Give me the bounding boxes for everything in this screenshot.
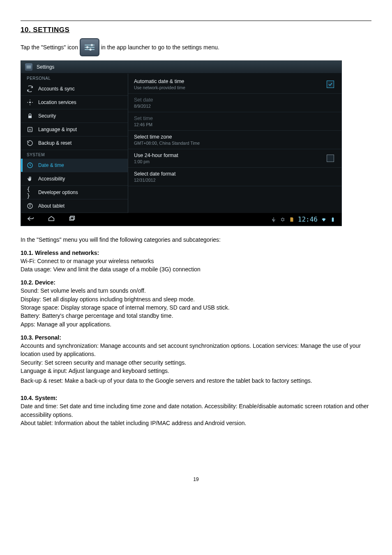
titlebar: Settings bbox=[21, 61, 341, 74]
sidebar-label: Location services bbox=[38, 99, 76, 105]
sub-system: 10.4. System: bbox=[21, 395, 371, 401]
back-icon[interactable] bbox=[27, 215, 35, 223]
row-title: Set time bbox=[134, 116, 153, 121]
sidebar-label: Accessibility bbox=[38, 176, 65, 182]
location-icon bbox=[27, 99, 33, 106]
svg-rect-6 bbox=[27, 66, 31, 66]
row-subtitle: 1:00 pm bbox=[134, 159, 178, 164]
svg-point-9 bbox=[29, 102, 31, 103]
sidebar-item-accounts[interactable]: Accounts & sync bbox=[21, 82, 128, 96]
category-system: SYSTEM bbox=[21, 150, 128, 159]
row-subtitle: Use network-provided time bbox=[134, 85, 185, 90]
sidebar-item-location[interactable]: Location services bbox=[21, 96, 128, 109]
sub-wireless: 10.1. Wireless and networks: bbox=[21, 250, 371, 256]
sidebar-item-language[interactable]: A Language & input bbox=[21, 123, 128, 136]
line: About tablet: Information about the tabl… bbox=[21, 419, 371, 427]
svg-rect-20 bbox=[332, 217, 334, 221]
sync-icon bbox=[27, 86, 33, 92]
recents-icon[interactable] bbox=[68, 215, 76, 223]
row-title: Use 24-hour format bbox=[134, 153, 178, 158]
debug-icon bbox=[280, 217, 286, 222]
block-system: Date and time: Set date and time includi… bbox=[21, 402, 371, 427]
row-auto-datetime[interactable]: Automatic date & time Use network-provid… bbox=[128, 75, 341, 94]
settings-sidebar: PERSONAL Accounts & sync Location servic… bbox=[21, 74, 128, 213]
row-set-time: Set time 12:46 PM bbox=[128, 112, 341, 131]
intro-line: Tap the "Settings" icon in the app launc… bbox=[21, 38, 371, 56]
language-icon: A bbox=[27, 126, 33, 133]
battery-icon bbox=[330, 217, 336, 222]
status-time: 12:46 bbox=[298, 215, 318, 223]
svg-rect-17 bbox=[69, 217, 74, 220]
line: Data usage: View and limit the data usag… bbox=[21, 265, 371, 273]
backup-icon bbox=[27, 140, 33, 146]
wifi-icon bbox=[321, 217, 327, 222]
line: Wi-Fi: Connect to or manage your wireles… bbox=[21, 257, 371, 265]
row-title: Automatic date & time bbox=[134, 79, 185, 84]
hand-icon bbox=[27, 176, 33, 182]
sidebar-item-about[interactable]: About tablet bbox=[21, 199, 128, 213]
svg-rect-8 bbox=[27, 68, 31, 68]
svg-rect-1 bbox=[85, 47, 95, 48]
svg-rect-10 bbox=[28, 116, 32, 118]
sd-icon bbox=[289, 217, 295, 222]
checkbox-off-icon[interactable] bbox=[327, 155, 334, 162]
row-title: Select date format bbox=[134, 171, 175, 177]
settings-screenshot: Settings PERSONAL Accounts & sync Locati… bbox=[21, 60, 342, 226]
lock-icon bbox=[27, 113, 33, 119]
sidebar-item-datetime[interactable]: Date & time bbox=[21, 159, 128, 172]
line: Security: Set screen security and manage… bbox=[21, 358, 371, 367]
intro-before: Tap the "Settings" icon bbox=[21, 44, 78, 51]
section-heading: 10. SETTINGS bbox=[21, 26, 371, 34]
sidebar-label: Language & input bbox=[38, 127, 77, 132]
row-title: Set date bbox=[134, 97, 153, 103]
sidebar-item-security[interactable]: Security bbox=[21, 109, 128, 123]
row-subtitle: GMT+08:00, China Standard Time bbox=[134, 141, 200, 146]
sidebar-label: Accounts & sync bbox=[38, 86, 75, 92]
line: Display: Set all display options includi… bbox=[21, 295, 371, 303]
svg-point-4 bbox=[86, 46, 88, 48]
svg-rect-18 bbox=[71, 216, 75, 220]
sidebar-item-developer[interactable]: { } Developer options bbox=[21, 186, 128, 199]
category-personal: PERSONAL bbox=[21, 74, 128, 82]
line: Accounts and synchronization: Manage acc… bbox=[21, 342, 371, 358]
sidebar-item-accessibility[interactable]: Accessibility bbox=[21, 172, 128, 186]
row-subtitle: 12/31/2012 bbox=[134, 178, 175, 183]
sidebar-label: Security bbox=[38, 113, 56, 119]
checkbox-on-icon[interactable] bbox=[327, 81, 334, 88]
block-device: Sound: Set volume levels and turn sounds… bbox=[21, 287, 371, 328]
row-subtitle: 8/9/2012 bbox=[134, 104, 153, 109]
titlebar-label: Settings bbox=[37, 64, 54, 70]
sidebar-label: Backup & reset bbox=[38, 140, 71, 146]
clock-icon bbox=[27, 162, 33, 169]
sidebar-label: Developer options bbox=[38, 190, 78, 195]
line: Storage space: Display storage space of … bbox=[21, 303, 371, 312]
svg-text:A: A bbox=[29, 128, 31, 132]
row-date-format[interactable]: Select date format 12/31/2012 bbox=[128, 168, 341, 186]
sidebar-label: Date & time bbox=[38, 162, 64, 168]
row-24h[interactable]: Use 24-hour format 1:00 pm bbox=[128, 149, 341, 168]
settings-app-icon bbox=[80, 38, 99, 56]
settings-detail-pane: Automatic date & time Use network-provid… bbox=[128, 74, 341, 213]
block-personal: Accounts and synchronization: Manage acc… bbox=[21, 342, 371, 385]
settings-mini-icon bbox=[25, 63, 32, 71]
svg-point-5 bbox=[89, 49, 91, 51]
line: Back-up & reset: Make a back-up of your … bbox=[21, 377, 371, 385]
row-timezone[interactable]: Select time zone GMT+08:00, China Standa… bbox=[128, 131, 341, 149]
line: Sound: Set volume levels and turn sounds… bbox=[21, 287, 371, 295]
row-title: Select time zone bbox=[134, 134, 200, 140]
sub-device: 10.2. Device: bbox=[21, 279, 371, 286]
braces-icon: { } bbox=[27, 189, 33, 196]
sidebar-label: About tablet bbox=[38, 203, 65, 209]
intro-after: in the app launcher to go to the setting… bbox=[101, 44, 219, 51]
svg-rect-0 bbox=[85, 45, 95, 46]
sub-personal: 10.3. Personal: bbox=[21, 334, 371, 341]
line: Date and time: Set date and time includi… bbox=[21, 402, 371, 419]
line: Battery: Battery's charge percentage and… bbox=[21, 312, 371, 320]
svg-rect-21 bbox=[332, 217, 333, 217]
after-screenshot-text: In the "Settings" menu you will find the… bbox=[21, 236, 371, 244]
row-set-date: Set date 8/9/2012 bbox=[128, 94, 341, 112]
svg-point-3 bbox=[91, 44, 93, 46]
sidebar-item-backup[interactable]: Backup & reset bbox=[21, 136, 128, 150]
usb-icon bbox=[271, 217, 277, 222]
home-icon[interactable] bbox=[47, 215, 55, 223]
